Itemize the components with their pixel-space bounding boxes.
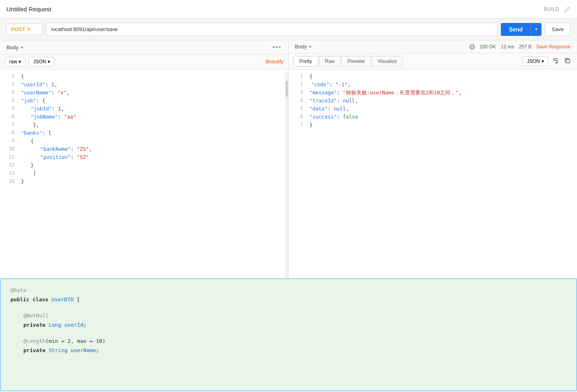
- tab-preview[interactable]: Preview: [342, 56, 371, 67]
- copy-icon: [565, 58, 571, 64]
- code-line: 1 {: [289, 73, 577, 81]
- response-body-dropdown-arrow[interactable]: ▾: [309, 44, 311, 49]
- header-actions: BUILD: [544, 6, 571, 13]
- send-button[interactable]: Send: [501, 23, 531, 36]
- body-dropdown-arrow[interactable]: ▾: [21, 45, 23, 50]
- code-line: 2 "userId": 1,: [0, 81, 288, 89]
- code-line: 9 {: [0, 137, 288, 145]
- status-200: 200 OK: [480, 44, 496, 50]
- tab-pretty[interactable]: Pretty: [294, 56, 318, 67]
- svg-rect-3: [566, 59, 570, 63]
- code-line: 4 "traceId": null,: [289, 97, 577, 105]
- code-line: 6 "success": false: [289, 113, 577, 121]
- response-time: 12 ms: [501, 44, 514, 50]
- code-line: 3 "userName": "x",: [0, 89, 288, 97]
- response-panel-header: Body ▾ 200 OK 12 ms 257 B Save Response: [289, 40, 577, 53]
- raw-dropdown-arrow: ▾: [19, 59, 21, 65]
- response-tabs: Pretty Raw Preview Visualize JSON ▾: [289, 53, 577, 69]
- json-format-label: JSON: [527, 58, 540, 64]
- wrap-icon: [552, 57, 559, 64]
- send-button-group: Send ▾: [501, 23, 542, 36]
- java-blank-line: [10, 304, 567, 311]
- tab-raw[interactable]: Raw: [319, 56, 341, 67]
- java-line-2: public class UserDTO {: [10, 295, 567, 304]
- java-line-7: @Length(min = 2, max = 10): [10, 336, 567, 346]
- copy-icon-button[interactable]: [563, 56, 572, 67]
- raw-label: raw: [9, 59, 17, 65]
- raw-button[interactable]: raw ▾: [5, 57, 25, 67]
- app-header: Untitled Request BUILD: [0, 0, 577, 19]
- response-body-label: Body: [295, 44, 307, 50]
- code-line: 5 "jobId": 1,: [0, 105, 288, 113]
- java-code-panel: @Data public class UserDTO { @NotNull pr…: [0, 278, 577, 391]
- java-line-4: @NotNull: [10, 311, 567, 320]
- code-line: 6 "jobName": "aa": [0, 113, 288, 121]
- code-line: 2 "code": "-1",: [289, 81, 577, 89]
- java-blank-line: [10, 330, 567, 336]
- main-area: Body ▾ ••• raw ▾ JSON ▾ Beautify: [0, 40, 577, 391]
- code-line: 11 "position": "SZ": [0, 153, 288, 161]
- response-json-format-button[interactable]: JSON ▾: [523, 56, 548, 66]
- code-line: 5 "data": null,: [289, 105, 577, 113]
- method-label: POST: [11, 26, 25, 32]
- tab-visualize[interactable]: Visualize: [372, 56, 403, 67]
- beautify-button[interactable]: Beautify: [266, 59, 283, 65]
- code-line: 10 "bankName": "ZS",: [0, 145, 288, 153]
- code-line: 4 "job": {: [0, 97, 288, 105]
- json-label: JSON: [33, 59, 46, 65]
- edit-icon: [564, 6, 571, 13]
- url-bar: POST ▾ Send ▾ Save: [0, 19, 577, 40]
- java-line-8: private String userName;: [10, 346, 567, 355]
- edit-icon-button[interactable]: [564, 6, 571, 13]
- save-button[interactable]: Save: [545, 23, 571, 36]
- build-label: BUILD: [544, 6, 559, 12]
- code-line: 14 }: [0, 177, 288, 186]
- method-dropdown-arrow: ▾: [27, 26, 30, 32]
- method-select[interactable]: POST ▾: [6, 23, 43, 35]
- json-dropdown-arrow: ▾: [48, 59, 50, 65]
- code-line: 3 "message": "校验失败:userName：长度需要在2和10之间，…: [289, 89, 577, 97]
- response-size: 257 B: [519, 44, 531, 50]
- wrap-icon-button[interactable]: [551, 56, 560, 67]
- more-options-button[interactable]: •••: [273, 44, 282, 51]
- format-bar: raw ▾ JSON ▾ Beautify: [0, 54, 288, 69]
- code-line: 7 },: [0, 121, 288, 129]
- save-response-button[interactable]: Save Response: [536, 44, 571, 50]
- json-format-button[interactable]: JSON ▾: [29, 57, 54, 67]
- url-input[interactable]: [46, 23, 498, 36]
- request-body-label: Body: [6, 44, 19, 50]
- java-line-1: @Data: [10, 286, 567, 295]
- page-title: Untitled Request: [6, 6, 51, 13]
- send-dropdown-button[interactable]: ▾: [531, 23, 542, 36]
- code-line: 1 {: [0, 73, 288, 81]
- globe-icon: [469, 44, 475, 50]
- code-line: 13 ]: [0, 169, 288, 177]
- java-line-5: private Long userId;: [10, 320, 567, 329]
- code-line: 7 }: [289, 121, 577, 129]
- json-format-dropdown-arrow: ▾: [542, 58, 544, 64]
- code-line: 8 "banks": [: [0, 129, 288, 137]
- code-line: 12 }: [0, 161, 288, 169]
- scrollbar-thumb: [285, 81, 288, 97]
- request-panel-header: Body ▾ •••: [0, 40, 288, 54]
